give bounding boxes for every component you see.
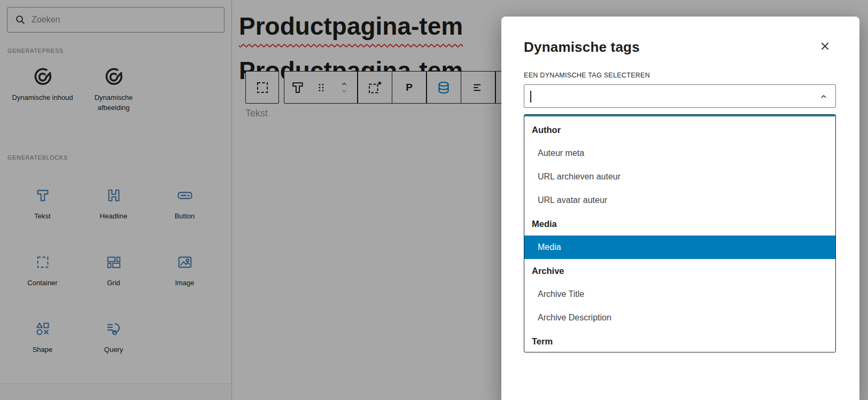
tag-combobox[interactable] [524,84,836,108]
tag-option[interactable]: Archive Description [524,306,835,330]
tag-option[interactable]: URL archieven auteur [524,165,835,189]
tag-combobox-input[interactable] [524,85,835,107]
tag-group-header: Archive [524,259,835,283]
modal-header: Dynamische tags [524,38,836,56]
close-icon [818,39,832,53]
tag-option[interactable]: Auteur meta [524,142,835,165]
tag-group-header: Term [524,330,835,352]
tag-select-label: EEN DYNAMISCHE TAG SELECTEREN [524,72,836,79]
tag-option[interactable]: URL avatar auteur [524,189,835,212]
close-button[interactable] [816,37,833,54]
tag-group-header: Media [524,212,835,236]
chevron-up-icon[interactable] [818,91,829,102]
tag-option[interactable]: Archive Title [524,283,835,306]
tag-options-listbox: AuthorAuteur metaURL archieven auteurURL… [524,114,836,352]
modal-title: Dynamische tags [524,38,640,56]
dynamic-tags-modal: Dynamische tags EEN DYNAMISCHE TAG SELEC… [501,17,859,400]
tag-option[interactable]: Media [524,236,835,259]
app-root: GENERATEPRESSDynamische inhoudDynamische… [0,0,868,400]
text-caret [530,91,531,103]
tag-group-header: Author [524,118,835,142]
